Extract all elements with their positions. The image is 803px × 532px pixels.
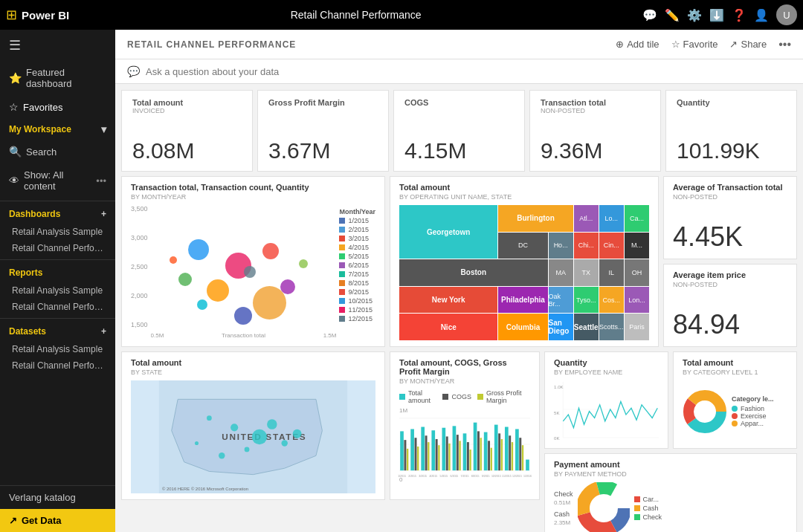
report-title: RETAIL CHANNEL PERFORMANCE [127,39,296,50]
treemap-subtitle: BY OPERATING UNIT NAME, STATE [399,193,649,201]
treemap-nice: Nice [399,314,497,340]
treemap-boston: Boston [399,259,548,286]
settings-icon[interactable]: ⚙️ [687,8,702,22]
sidebar-section-reports[interactable]: Reports [0,263,115,282]
treemap-ca1: Ca... [625,205,649,232]
kpi-value-1: 3.67M [268,138,378,163]
svg-rect-9 [417,447,419,470]
add-tile-label: Add tile [627,39,659,50]
y-min: 2,000 [131,292,148,299]
account-icon[interactable]: 👤 [754,8,769,22]
donut-label-fashion: Fashion [741,405,764,412]
sidebar-item-dashboard-2[interactable]: Retail Channel Performa... [0,240,115,256]
add-dataset-icon[interactable]: + [101,326,106,337]
favorites-label: Favorites [23,102,62,113]
svg-rect-16 [442,428,445,470]
share-button[interactable]: ↗ Share [729,39,767,50]
help-icon[interactable]: ❓ [732,8,746,22]
payment-title: Payment amount [554,460,787,469]
bubble-12 [234,307,252,325]
payment-label-check: Check [643,513,662,521]
treemap-il: IL [599,259,624,286]
svg-rect-31 [494,425,498,471]
add-tile-button[interactable]: ⊕ Add tile [616,39,659,50]
legend-color-9 [339,289,345,295]
bar-chart-subtitle: BY MONTH/YEAR [399,377,530,385]
sidebar-item-dashboard-1[interactable]: Retail Analysis Sample [0,224,115,240]
svg-rect-12 [428,442,429,470]
sidebar-item-favorites[interactable]: ☆ Favorites [0,95,115,119]
payment-legend-car: Car... [634,496,662,503]
donut-label-apparel: Appar... [741,420,764,427]
legend-item-12: 12/2015 [339,315,375,322]
kpi-value-0: 8.08M [132,138,242,163]
donut-dot-exercise [732,413,738,419]
legend-text-8: 8/2015 [348,279,369,287]
more-icon[interactable]: ••• [96,175,106,186]
svg-rect-32 [498,433,500,470]
legend-text-12: 12/2015 [348,315,373,322]
verlang-katalog[interactable]: Verlang katalog [0,486,115,509]
svg-rect-7 [410,429,414,470]
payment-check-label: Check [554,490,573,498]
bar-y-zero: 0 [399,476,402,483]
sidebar-item-report-2[interactable]: Retail Channel Performa... [0,299,115,315]
map-dot-6 [195,441,199,445]
avatar[interactable]: U [776,4,797,25]
chart-row-3: Total amount BY STATE UNITED STATES [121,351,797,500]
svg-rect-34 [505,427,509,471]
svg-rect-19 [453,426,457,470]
avg-item-price-tile: Average item price NON-POSTED 84.94 [663,264,797,347]
donut-svg [683,389,727,434]
svg-text:6/2015: 6/2015 [451,475,459,478]
sidebar-section-dashboards[interactable]: Dashboards + [0,204,115,224]
bubble-chart-canvas: 0.5M Transaction total 1.5M [151,205,337,340]
sidebar-show-all[interactable]: 👁 Show: All content ••• [0,163,115,198]
svg-rect-8 [415,438,417,470]
add-dashboard-icon[interactable]: + [101,209,106,219]
qa-input[interactable] [146,66,791,77]
svg-rect-18 [448,444,450,470]
sidebar-section-datasets[interactable]: Datasets + [0,322,115,341]
donut-title: Total amount [683,358,787,367]
legend-label-total: Total amount [408,389,436,404]
get-data-button[interactable]: ↗ Get Data [0,509,115,532]
svg-text:5/2015: 5/2015 [439,475,448,478]
sidebar-item-dataset-2[interactable]: Retail Channel Performa... [0,357,115,374]
qty-title: Quantity [554,358,659,367]
chart-row-2: Transaction total, Transaction count, Qu… [121,176,797,347]
donut-subtitle: BY CATEGORY LEVEL 1 [683,369,787,376]
download-icon[interactable]: ⬇️ [709,8,724,22]
chat-icon[interactable]: 💬 [642,8,657,22]
sidebar-item-dataset-1[interactable]: Retail Analysis Sample [0,341,115,357]
eye-icon: 👁 [9,175,19,186]
map-canvas: UNITED STATES © 2016 HERE © 2016 Mic [131,380,375,493]
legend-text-5: 5/2015 [348,253,369,260]
svg-rect-28 [484,432,488,471]
treemap-lon: Lon... [625,287,649,314]
treemap-title: Total amount [399,183,649,192]
svg-rect-14 [436,439,438,470]
avg-transaction-subtitle: NON-POSTED [673,193,787,201]
payment-cash-val: 2.35M [554,519,573,526]
map-dot-3 [252,429,267,444]
favorite-button[interactable]: ☆ Favorite [671,39,718,50]
edit-icon[interactable]: ✏️ [665,8,680,22]
treemap-burlington: Burlington [498,205,573,232]
map-subtitle: BY STATE [131,369,375,376]
sidebar-item-report-1[interactable]: Retail Analysis Sample [0,282,115,299]
bubble-7 [244,266,256,278]
sidebar-item-featured[interactable]: ⭐ Featured dashboard [0,61,115,95]
share-label: Share [741,39,767,50]
kpi-label-2: COGS [404,98,514,107]
more-options-icon[interactable]: ••• [778,38,791,51]
bubble-6 [178,273,192,286]
content-area: RETAIL CHANNEL PERFORMANCE ⊕ Add tile ☆ … [115,30,803,532]
sidebar-search[interactable]: 🔍 Search [0,140,115,163]
star-icon: ⭐ [9,72,22,84]
sidebar-section-workspace[interactable]: My Workspace ▾ [0,119,115,140]
svg-text:2/2015: 2/2015 [408,475,416,478]
bubble-4 [299,259,308,268]
y-bot: 1,500 [131,321,148,328]
hamburger-menu[interactable]: ☰ [0,30,115,61]
